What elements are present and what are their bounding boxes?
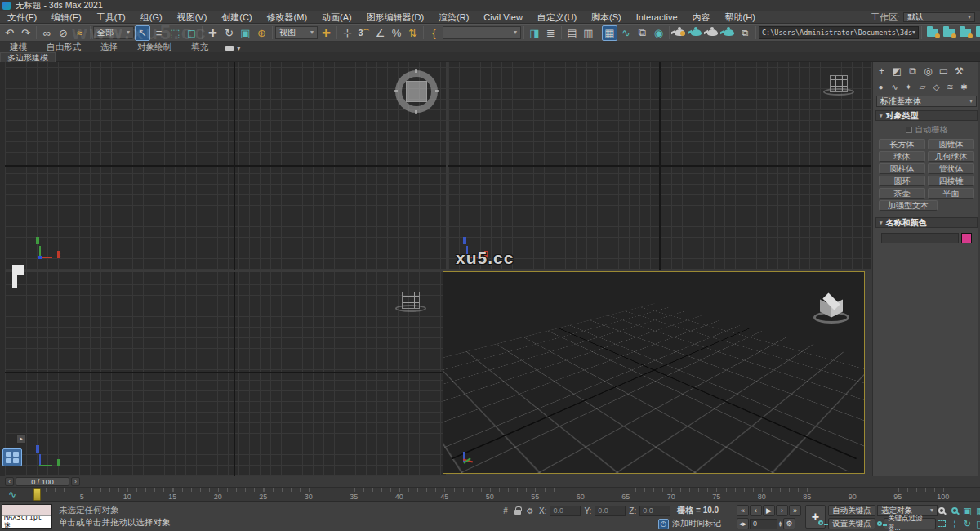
primitive-button[interactable]: 四棱锥 [928,176,974,186]
viewcube[interactable] [823,74,856,101]
autogrid-checkbox[interactable] [906,127,912,133]
rendered-frame-window-button[interactable] [688,25,704,41]
menu-item[interactable]: Interactive [629,11,685,23]
isolate-selection-toggle[interactable]: # [500,506,511,516]
key-filters-button[interactable]: 关键点过滤器... [884,518,936,529]
select-link-button[interactable]: ∞ [39,25,55,41]
primitive-button[interactable]: 圆柱体 [879,163,925,174]
menu-item[interactable]: 文件(F) [0,11,44,23]
key-mode-toggle[interactable]: ◂▸ [737,518,749,529]
undo-button[interactable]: ↶ [2,25,17,41]
add-time-tag-label[interactable]: 添加时间标记 [672,518,721,529]
primitive-button[interactable]: 加强型文本 [879,200,938,211]
ribbon-tab[interactable]: 建模 [0,42,37,52]
render-in-cloud-button[interactable] [721,25,737,41]
panel-tab-icon[interactable]: ⧉ [906,65,920,78]
snap-toggle-3d-button[interactable]: 3⌒ [356,25,372,41]
zoom-extents-all-button[interactable]: ▦ [975,505,980,516]
open-project-folder-button[interactable] [941,25,956,41]
viewcube[interactable] [395,290,428,318]
category-icon[interactable]: ◇ [930,81,942,92]
zoom-all-button[interactable] [949,505,960,516]
menu-item[interactable]: 视图(V) [170,11,215,23]
polygon-modeling-subtab[interactable]: 多边形建模 [0,52,56,62]
asset-library-button[interactable] [924,25,940,41]
maxscript-mini-listener[interactable]: MAXScript 迷 [2,504,52,529]
menu-item[interactable]: 组(G) [133,11,170,23]
menu-item[interactable]: 脚本(S) [584,11,629,23]
scene-explorer-button[interactable]: ▤ [564,25,580,41]
menu-item[interactable]: Civil View [476,11,529,23]
material-editor-button[interactable]: ◉ [651,25,666,41]
schematic-view-button[interactable]: ⧉ [635,25,650,41]
maxscript-macro-row[interactable] [2,505,51,516]
absolute-mode-gear-icon[interactable]: ⚙ [524,506,536,516]
select-scale-button[interactable]: ▣ [238,25,253,41]
select-move-button[interactable]: ✚ [205,25,220,41]
zoom-region-button[interactable] [936,518,947,529]
time-tag-clock-icon[interactable]: ◷ [658,519,669,529]
mini-curve-editor-button[interactable]: ∿ [8,489,16,500]
menu-item[interactable]: 内容 [685,11,718,23]
play-button[interactable]: ▶ [763,505,775,516]
panel-tab-icon[interactable]: ◎ [921,65,935,78]
auto-key-button[interactable]: 自动关键点 [828,505,875,516]
select-rotate-button[interactable]: ↻ [221,25,237,41]
primitive-button[interactable]: 管状体 [928,163,974,174]
y-coord-field[interactable]: 0.0 [595,506,626,516]
ribbon-tab[interactable]: 选择 [91,42,127,52]
orbit-button[interactable]: ↻ [962,518,973,529]
window-crossing-toggle[interactable]: ◻ [184,25,199,41]
menu-item[interactable]: 图形编辑器(D) [359,11,431,23]
ribbon-tab[interactable]: 填充 [181,42,218,52]
panel-tab-icon[interactable]: ▭ [937,65,951,78]
category-icon[interactable]: ∿ [889,81,901,92]
bind-spacewarp-button[interactable]: ≈ [72,25,87,41]
primitive-button[interactable]: 圆锥体 [928,139,974,149]
project-folder-path[interactable]: C:\Users\Administrator\Documents\3ds Max… [759,26,919,39]
set-project-folder-button[interactable] [957,25,973,41]
menu-item[interactable]: 渲染(R) [431,11,476,23]
viewport-top-right[interactable]: z x [448,62,871,270]
current-frame-indicator[interactable]: 0 / 100 [16,477,69,486]
ribbon-toggle-button[interactable]: ▦ [602,25,617,41]
go-to-end-button[interactable]: » [789,505,801,516]
menu-item[interactable]: 编辑(E) [44,11,89,23]
previous-key-button[interactable]: ‹ [5,477,14,486]
menu-item[interactable]: 动画(A) [314,11,359,23]
primitive-button[interactable]: 几何球体 [928,151,974,162]
viewport-bottom-left[interactable]: z y [5,272,446,476]
primitive-button[interactable]: 茶壶 [879,188,925,199]
select-manipulate-button[interactable]: ⊹ [340,25,355,41]
maximize-viewport-toggle[interactable]: ◳ [975,518,980,529]
go-to-start-button[interactable]: « [737,505,749,516]
render-setup-button[interactable] [672,25,688,41]
category-icon[interactable]: ≋ [944,81,956,92]
primitive-button[interactable]: 圆环 [879,176,925,186]
name-color-rollout-header[interactable]: ▾ 名称和颜色 [875,217,978,228]
viewcube[interactable] [813,293,851,329]
spinner-snap-button[interactable]: ⇅ [405,25,421,41]
menu-item[interactable]: 工具(T) [89,11,133,23]
frame-spinner[interactable]: ▲▼ [778,520,782,527]
align-button[interactable]: ≣ [543,25,559,41]
redo-button[interactable]: ↷ [18,25,33,41]
panel-tab-icon[interactable]: + [875,65,889,78]
menu-item[interactable]: 帮助(H) [718,11,763,23]
render-production-button[interactable] [705,25,720,41]
primitive-category-dropdown[interactable]: 标准基本体 ▾ [876,96,977,107]
layer-explorer-button[interactable]: ▥ [581,25,596,41]
project-settings-button[interactable] [973,25,980,41]
state-sets-button[interactable]: ⧉ [737,25,753,41]
category-icon[interactable]: ✦ [902,81,915,92]
primitive-button[interactable]: 平面 [928,188,974,199]
selection-lock-icon[interactable] [514,510,521,515]
ribbon-tab[interactable]: 自由形式 [37,42,91,52]
primitive-button[interactable]: 长方体 [879,139,925,149]
use-pivot-center-button[interactable]: ✚ [318,25,334,41]
workspace-dropdown[interactable]: 默认 ▾ [903,12,975,22]
category-icon[interactable]: ▱ [916,81,929,92]
reference-coordinate-dropdown[interactable]: 视图 ▾ [275,26,318,39]
curve-editor-button[interactable]: ∿ [618,25,634,41]
rectangular-selection-region-button[interactable]: ⬚ [167,25,183,41]
